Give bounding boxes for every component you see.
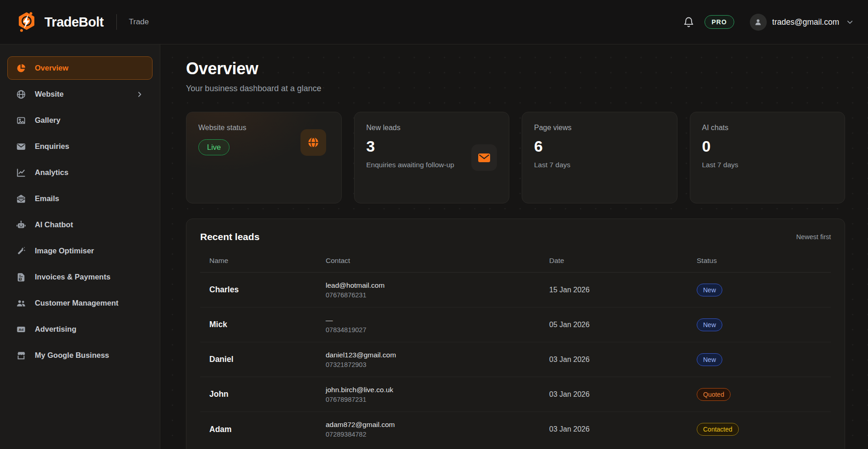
stat-card-label: Page views bbox=[534, 124, 665, 132]
sidebar-item-label: Enquiries bbox=[35, 142, 69, 151]
lead-email: lead@hotmail.com bbox=[326, 281, 549, 290]
table-row[interactable]: Daniel daniel123@gmail.com 07321872903 0… bbox=[200, 342, 831, 377]
sidebar-item-label: Analytics bbox=[35, 168, 68, 177]
status-badge: New bbox=[697, 318, 722, 331]
envelope-open-icon bbox=[16, 194, 26, 204]
sidebar-item-label: Invoices & Payments bbox=[35, 273, 110, 281]
chart-line-icon bbox=[16, 168, 26, 178]
lead-email: john.birch@live.co.uk bbox=[326, 386, 549, 394]
table-header: Name Contact Date Status bbox=[200, 257, 831, 273]
globe-icon bbox=[16, 89, 26, 99]
lead-date: 15 Jan 2026 bbox=[549, 286, 697, 294]
lead-contact: — 07834819027 bbox=[326, 316, 549, 334]
chevron-down-icon bbox=[846, 18, 854, 27]
status-badge: Contacted bbox=[697, 423, 739, 436]
notifications-button[interactable] bbox=[682, 16, 695, 29]
table-row[interactable]: Charles lead@hotmail.com 07676876231 15 … bbox=[200, 273, 831, 307]
page-title: Overview bbox=[186, 59, 845, 78]
tradebolt-logo-icon bbox=[16, 11, 38, 33]
lead-phone: 07289384782 bbox=[326, 431, 549, 438]
sidebar-item-label: AI Chatbot bbox=[35, 220, 73, 229]
stat-card-value: 6 bbox=[534, 137, 665, 155]
lead-name: Adam bbox=[209, 425, 326, 434]
status-badge: Quoted bbox=[697, 388, 731, 401]
sort-control[interactable]: Newest first bbox=[796, 233, 831, 241]
sidebar-item-customer-management[interactable]: Customer Management bbox=[7, 291, 153, 315]
sidebar-item-analytics[interactable]: Analytics bbox=[7, 161, 153, 184]
lead-contact: daniel123@gmail.com 07321872903 bbox=[326, 351, 549, 368]
users-icon bbox=[16, 298, 26, 308]
top-header: TradeBolt Trade PRO trades@gmail.com bbox=[0, 0, 868, 44]
lead-contact: john.birch@live.co.uk 07678987231 bbox=[326, 386, 549, 403]
storefront-icon bbox=[16, 350, 26, 361]
header-divider bbox=[116, 14, 117, 30]
globe-icon bbox=[300, 129, 326, 156]
brand-logo[interactable]: TradeBolt bbox=[16, 11, 104, 33]
wand-icon bbox=[16, 246, 26, 256]
sidebar-item-label: Advertising bbox=[35, 325, 76, 334]
stat-card-page-views[interactable]: Page views 6 Last 7 days bbox=[522, 112, 677, 203]
pie-chart-icon bbox=[16, 63, 26, 73]
sidebar-item-label: Website bbox=[35, 90, 64, 99]
recent-leads-panel: Recent leads Newest first Name Contact D… bbox=[186, 219, 845, 449]
lead-phone: 07321872903 bbox=[326, 361, 549, 368]
sidebar-item-ai-chatbot[interactable]: AI Chatbot bbox=[7, 213, 153, 236]
main-content: Overview Your business dashboard at a gl… bbox=[160, 44, 868, 449]
invoice-icon: $ bbox=[16, 272, 26, 282]
sidebar-item-label: Emails bbox=[35, 194, 59, 203]
lead-name: Charles bbox=[209, 285, 326, 295]
lead-date: 03 Jan 2026 bbox=[549, 425, 697, 433]
brand-name: TradeBolt bbox=[44, 15, 104, 30]
account-menu-button[interactable]: trades@gmail.com bbox=[750, 14, 854, 31]
sidebar-item-label: Overview bbox=[35, 64, 68, 72]
table-row[interactable]: Adam adam872@gmail.com 07289384782 03 Ja… bbox=[200, 412, 831, 447]
bell-icon bbox=[683, 16, 694, 28]
stat-card-description: Enquiries awaiting follow-up bbox=[366, 160, 456, 170]
lead-name: John bbox=[209, 389, 326, 399]
column-header-status: Status bbox=[697, 257, 831, 265]
table-row[interactable]: Mick — 07834819027 05 Jan 2026 New bbox=[200, 307, 831, 342]
plan-badge: PRO bbox=[704, 15, 734, 29]
stat-card-label: New leads bbox=[366, 124, 497, 132]
sidebar-item-image-optimiser[interactable]: Image Optimiser bbox=[7, 239, 153, 263]
stat-card-label: AI chats bbox=[702, 124, 833, 132]
ad-icon: Ad bbox=[16, 324, 26, 334]
lead-phone: 07834819027 bbox=[326, 326, 549, 334]
sidebar-item-emails[interactable]: Emails bbox=[7, 187, 153, 210]
status-badge: New bbox=[697, 353, 722, 366]
stat-card-new-leads[interactable]: New leads 3 Enquiries awaiting follow-up bbox=[354, 112, 510, 203]
lead-date: 05 Jan 2026 bbox=[549, 321, 697, 329]
account-email: trades@gmail.com bbox=[772, 17, 839, 27]
lead-date: 03 Jan 2026 bbox=[549, 390, 697, 399]
sidebar-item-overview[interactable]: Overview bbox=[7, 56, 153, 80]
sidebar-item-invoices-payments[interactable]: $ Invoices & Payments bbox=[7, 265, 153, 289]
sidebar-item-website[interactable]: Website bbox=[7, 82, 153, 106]
lead-name: Daniel bbox=[209, 355, 326, 364]
envelope-icon bbox=[16, 142, 26, 152]
sidebar-nav: Overview Website Gallery Enquiries bbox=[0, 44, 160, 449]
breadcrumb: Trade bbox=[129, 17, 149, 27]
lead-phone: 07676876231 bbox=[326, 291, 549, 299]
lead-contact: adam872@gmail.com 07289384782 bbox=[326, 421, 549, 438]
column-header-date: Date bbox=[549, 257, 697, 265]
sidebar-item-label: Image Optimiser bbox=[35, 246, 94, 255]
sidebar-item-my-google-business[interactable]: My Google Business bbox=[7, 344, 153, 367]
image-icon bbox=[16, 115, 26, 126]
sidebar-item-enquiries[interactable]: Enquiries bbox=[7, 135, 153, 158]
column-header-contact: Contact bbox=[326, 257, 549, 265]
lead-email: adam872@gmail.com bbox=[326, 421, 549, 429]
stat-card-ai-chats[interactable]: AI chats 0 Last 7 days bbox=[690, 112, 846, 203]
sidebar-item-label: Gallery bbox=[35, 116, 60, 125]
sidebar-item-gallery[interactable]: Gallery bbox=[7, 109, 153, 132]
table-row[interactable]: John john.birch@live.co.uk 07678987231 0… bbox=[200, 377, 831, 412]
stat-card-website-status[interactable]: Website status Live bbox=[186, 112, 342, 203]
lead-email: — bbox=[326, 316, 549, 324]
sidebar-item-advertising[interactable]: Ad Advertising bbox=[7, 318, 153, 341]
stat-card-description: Last 7 days bbox=[534, 160, 665, 170]
recent-leads-title: Recent leads bbox=[200, 231, 260, 242]
lead-name: Mick bbox=[209, 320, 326, 329]
stat-card-description: Last 7 days bbox=[702, 160, 833, 170]
column-header-name: Name bbox=[209, 257, 326, 265]
lead-contact: lead@hotmail.com 07676876231 bbox=[326, 281, 549, 299]
avatar bbox=[750, 14, 767, 31]
